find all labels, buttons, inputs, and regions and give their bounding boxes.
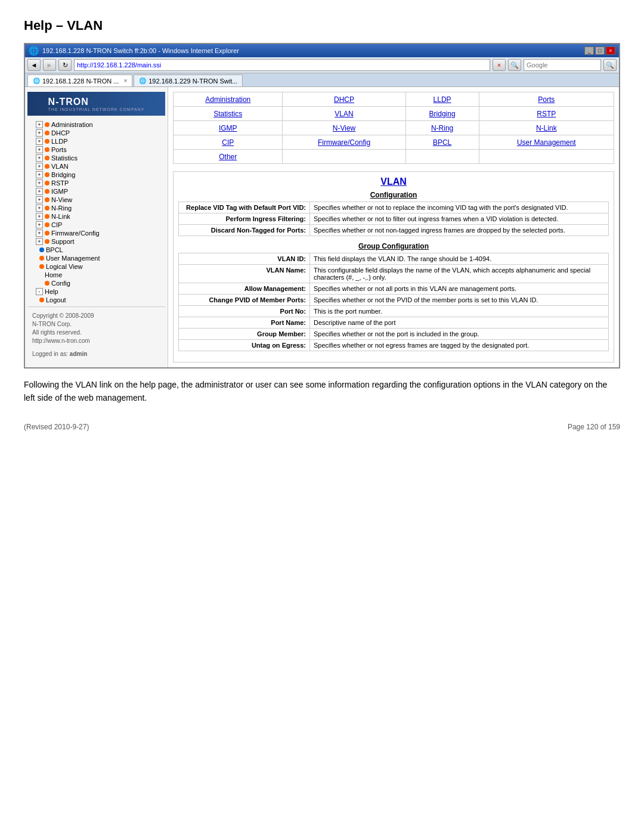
sidebar-item-nview[interactable]: + N-View [27,196,165,204]
nav-link-igmp[interactable]: IGMP [219,124,237,132]
minimize-button[interactable]: _ [584,47,594,55]
nav-link-ports[interactable]: Ports [538,95,555,104]
expand-administration[interactable]: + [36,121,43,128]
sidebar-item-usermgmt[interactable]: User Management [27,254,165,262]
nav-link-cip[interactable]: CIP [222,138,234,147]
expand-bridging[interactable]: + [36,171,43,178]
bullet-dhcp [45,131,49,135]
nav-cell: BPCL [405,135,479,150]
sidebar-item-vlan[interactable]: + VLAN [27,162,165,171]
tab-2[interactable]: 🌐 192.168.1.229 N-TRON Swit... [134,75,243,86]
sidebar-item-igmp[interactable]: + IGMP [27,187,165,196]
expand-lldp[interactable]: + [36,138,43,145]
nav-cell: Ports [479,92,614,107]
expand-ports[interactable]: + [36,146,43,153]
footer-revised: (Revised 2010-9-27) [24,423,89,431]
sidebar-label-statistics: Statistics [51,154,78,162]
sidebar-item-nlink[interactable]: + N-Link [27,212,165,221]
vlan-group-label: Allow Management: [179,283,310,295]
vlan-group-table: VLAN ID:This field displays the VLAN ID.… [178,253,609,351]
sidebar-label-lldp: LLDP [51,138,68,145]
sidebar-item-logicalview[interactable]: Logical View [27,262,165,271]
expand-statistics[interactable]: + [36,154,43,162]
search-go-button[interactable]: 🔍 [603,59,617,71]
sidebar-label-cip: CIP [51,221,62,228]
nav-link-administration[interactable]: Administration [205,95,250,104]
maximize-button[interactable]: □ [595,47,605,55]
forward-button[interactable]: ► [43,59,56,71]
vlan-config-label: Discard Non-Tagged for Ports: [179,225,310,236]
nav-cell: IGMP [174,121,283,135]
sidebar: N-TRON THE INDUSTRIAL NETWORK COMPANY + … [25,87,168,367]
expand-igmp[interactable]: + [36,188,43,195]
tab-1[interactable]: 🌐 192.168.1.228 N-TRON ... × [27,75,132,86]
nav-link-n-link[interactable]: N-Link [536,124,557,132]
sidebar-label-bridging: Bridging [51,171,75,178]
sidebar-item-firmware[interactable]: + Firmware/Config [27,229,165,237]
sidebar-item-support[interactable]: + Support [27,237,165,246]
description-text: Following the VLAN link on the help page… [24,378,620,405]
expand-nring[interactable]: + [36,205,43,212]
nav-link-rstp[interactable]: RSTP [537,110,556,118]
nav-link-user-management[interactable]: User Management [517,138,576,147]
sidebar-item-logout[interactable]: Logout [27,296,165,304]
vlan-group-value: Descriptive name of the port [310,317,609,329]
sidebar-item-nring[interactable]: + N-Ring [27,204,165,212]
expand-firmware[interactable]: + [36,230,43,237]
search-input[interactable] [524,59,601,71]
tab-1-close[interactable]: × [123,78,127,84]
sidebar-item-home[interactable]: Home [27,271,165,279]
expand-cip[interactable]: + [36,221,43,228]
expand-support[interactable]: + [36,238,43,245]
vlan-group-label: Port No: [179,306,310,317]
sidebar-logged-in: Logged in as: admin [27,348,165,361]
vlan-group-label: VLAN ID: [179,253,310,265]
nav-link-dhcp[interactable]: DHCP [334,95,354,104]
sidebar-item-help[interactable]: - Help [27,287,165,296]
nav-link-vlan[interactable]: VLAN [335,110,353,118]
page-outer: Help – VLAN 🌐 192.168.1.228 N-TRON Switc… [0,0,644,449]
bullet-rstp [45,181,49,185]
sidebar-item-statistics[interactable]: + Statistics [27,154,165,162]
sidebar-item-bpcl[interactable]: BPCL [27,246,165,254]
sidebar-logo: N-TRON THE INDUSTRIAL NETWORK COMPANY [27,92,165,116]
nav-cell [479,150,614,164]
sidebar-item-ports[interactable]: + Ports [27,145,165,154]
refresh-button[interactable]: ↻ [58,59,72,71]
expand-help[interactable]: - [36,288,43,295]
sidebar-label-logout: Logout [46,296,66,304]
expand-vlan[interactable]: + [36,163,43,170]
sidebar-item-rstp[interactable]: + RSTP [27,179,165,187]
vlan-group-label: Change PVID of Member Ports: [179,295,310,306]
nav-link-bpcl[interactable]: BPCL [433,138,451,147]
nav-link-other[interactable]: Other [219,153,237,161]
sidebar-label-support: Support [51,238,75,245]
nav-cell: N-Ring [405,121,479,135]
nav-link-statistics[interactable]: Statistics [213,110,242,118]
nav-link-bridging[interactable]: Bridging [429,110,456,118]
sidebar-item-administration[interactable]: + Administration [27,120,165,129]
sidebar-item-config[interactable]: Config [27,279,165,287]
stop-button[interactable]: × [493,59,506,71]
browser-toolbar: ◄ ► ↻ × 🔍 🔍 [25,57,619,73]
nav-link-n-ring[interactable]: N-Ring [431,124,453,132]
close-button[interactable]: × [606,47,615,55]
sidebar-item-cip[interactable]: + CIP [27,221,165,229]
page-footer: (Revised 2010-9-27) Page 120 of 159 [24,423,620,431]
nav-link-firmware-config[interactable]: Firmware/Config [318,138,370,147]
back-button[interactable]: ◄ [27,59,41,71]
vlan-group-value: This is the port number. [310,306,609,317]
expand-dhcp[interactable]: + [36,129,43,137]
sidebar-item-lldp[interactable]: + LLDP [27,137,165,145]
expand-nlink[interactable]: + [36,213,43,220]
vlan-group-value: Specifies whether or not egress frames a… [310,340,609,351]
sidebar-item-dhcp[interactable]: + DHCP [27,129,165,137]
expand-rstp[interactable]: + [36,179,43,187]
nav-link-n-view[interactable]: N-View [333,124,355,132]
bullet-lldp [45,139,49,144]
address-bar[interactable] [74,59,490,71]
expand-nview[interactable]: + [36,196,43,203]
sidebar-item-bridging[interactable]: + Bridging [27,171,165,179]
nav-link-lldp[interactable]: LLDP [434,95,451,104]
search-icon[interactable]: 🔍 [508,59,521,71]
